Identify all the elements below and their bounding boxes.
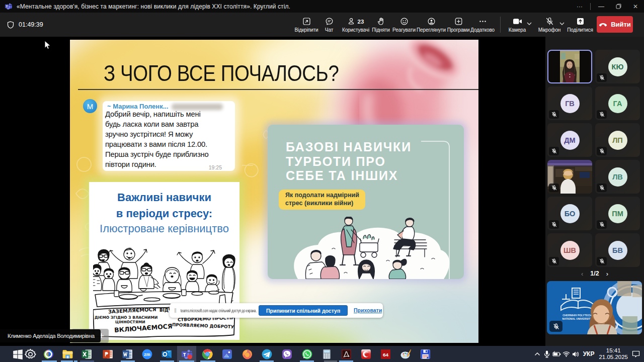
share-button[interactable]: Поділитися bbox=[565, 13, 596, 37]
tray-wifi-icon[interactable] bbox=[561, 346, 571, 362]
teal-skills-card: БАЗОВІ НАВИЧКИ ТУРБОТИ ПРО СЕБЕ ТА ІНШИХ… bbox=[268, 125, 464, 279]
participant-avatar: ЛП bbox=[608, 131, 627, 150]
drag-grip-icon[interactable]: ‖ bbox=[174, 307, 177, 314]
acrobat-app[interactable] bbox=[337, 346, 356, 362]
tray-volume-icon[interactable] bbox=[571, 346, 581, 362]
excel-app[interactable] bbox=[77, 346, 96, 362]
firefox-app[interactable] bbox=[237, 346, 257, 362]
participant-tile[interactable]: БО bbox=[547, 197, 592, 230]
paint-app[interactable] bbox=[396, 346, 415, 362]
participants-icon: 23 bbox=[348, 17, 364, 26]
tray-expand-chevron[interactable] bbox=[533, 346, 542, 362]
banner-text-1: CHERNIHIV POLYTECH bbox=[562, 314, 592, 317]
meeting-toolbar: 01:49:39 Відкріпити Чат 23 Користувачі П… bbox=[0, 13, 644, 37]
winctl-divider bbox=[590, 3, 591, 10]
viber-app[interactable] bbox=[277, 346, 296, 362]
muted-mic-icon bbox=[549, 110, 559, 119]
participants-button[interactable]: 23 Користувачі bbox=[342, 13, 370, 37]
mouse-cursor bbox=[44, 40, 51, 50]
participant-avatar: КЮ bbox=[608, 57, 627, 76]
book-caption-values: ДІЄМО ЗГІДНО З ВЛАСНИМИ bbox=[95, 315, 157, 320]
participant-tile[interactable]: ПМ bbox=[595, 197, 640, 230]
participant-tile[interactable]: ГА bbox=[595, 86, 640, 120]
react-button[interactable]: Реагувати bbox=[390, 13, 418, 37]
page-next-chevron[interactable]: › bbox=[606, 270, 608, 278]
calculator-app[interactable] bbox=[317, 346, 336, 362]
teams-app[interactable] bbox=[177, 346, 196, 362]
participant-tile[interactable]: БВ bbox=[595, 233, 640, 267]
book-title-line1: Важливі навички bbox=[89, 191, 239, 204]
camera-label: Камера bbox=[509, 27, 526, 33]
book-subtitle: Ілюстроване керівництво bbox=[89, 222, 239, 235]
chat-button[interactable]: Чат bbox=[315, 13, 343, 37]
participant-tile[interactable]: ЛП bbox=[595, 123, 640, 157]
copilot-app[interactable] bbox=[39, 346, 58, 362]
corel-app[interactable] bbox=[356, 346, 375, 362]
tray-battery-icon[interactable] bbox=[552, 346, 561, 362]
participant-tile[interactable]: ГВ bbox=[547, 86, 592, 120]
chat-message-text: Добрий вечір, напишіть мені будь ласка к… bbox=[105, 110, 228, 169]
react-label: Реагувати bbox=[392, 27, 416, 33]
settings-button[interactable] bbox=[21, 346, 40, 362]
viber-icon bbox=[281, 348, 293, 360]
participant-tile[interactable]: КЮ bbox=[595, 50, 640, 83]
telegram-app[interactable] bbox=[257, 346, 276, 362]
more-dots-icon bbox=[478, 17, 487, 26]
muted-mic-icon bbox=[549, 220, 559, 229]
svg-text:zm: zm bbox=[144, 351, 150, 356]
leave-label: Вийти bbox=[611, 21, 631, 28]
word-app[interactable] bbox=[118, 346, 137, 362]
window-minimize-button[interactable]: — bbox=[593, 0, 610, 13]
window-close-button[interactable]: ✕ bbox=[627, 0, 644, 13]
teal-card-badge: Як подолати надмірний стрес (виклики вій… bbox=[279, 190, 365, 210]
meeting-timer: 01:49:39 bbox=[7, 13, 43, 37]
window-maximize-button[interactable] bbox=[610, 0, 627, 13]
acrobat-icon bbox=[341, 348, 352, 360]
participant-tile[interactable]: ДМ bbox=[547, 123, 592, 157]
zoom-app[interactable]: zm bbox=[137, 346, 156, 362]
banner-text-2: NATIONAL UNIVERSITY bbox=[562, 317, 592, 320]
tray-mic-icon[interactable] bbox=[542, 346, 552, 362]
more-button[interactable]: Додатково bbox=[468, 13, 497, 37]
phone-hangup-icon bbox=[599, 23, 607, 27]
outlook-app[interactable] bbox=[157, 346, 176, 362]
copilot-icon bbox=[43, 348, 54, 360]
hide-notification-link[interactable]: Приховати bbox=[354, 307, 382, 313]
participant-tile[interactable]: ШВ bbox=[547, 233, 592, 267]
whatsapp-app[interactable] bbox=[297, 346, 316, 362]
participant-tile[interactable]: ЛВ bbox=[595, 160, 640, 194]
tray-language[interactable]: УКР bbox=[583, 350, 595, 357]
leave-button[interactable]: Вийти bbox=[597, 16, 633, 33]
file-explorer-app[interactable] bbox=[58, 346, 77, 362]
participant-avatar: ЛВ bbox=[608, 167, 627, 187]
stop-sharing-button[interactable]: Припинити спільний доступ bbox=[259, 305, 348, 316]
aida64-app[interactable]: 64 bbox=[376, 346, 395, 362]
participant-avatar: ГВ bbox=[560, 94, 580, 113]
slide-title: З ЧОГО ВСЕ ПОЧАЛОСЬ? bbox=[104, 61, 412, 86]
window-more-button[interactable]: ··· bbox=[571, 0, 588, 13]
self-video-tile[interactable]: CHERNIHIV POLYTECH NATIONAL UNIVERSITY bbox=[547, 281, 642, 334]
participants-sidebar: КЮ ГВ ГА ДМ ЛП bbox=[545, 37, 644, 346]
action-center-icon[interactable] bbox=[630, 350, 642, 357]
chat-icon bbox=[325, 17, 334, 26]
chrome-app[interactable] bbox=[198, 346, 217, 362]
tray-clock[interactable]: 15:41 21.05.2025 bbox=[599, 347, 628, 360]
camera-options-chevron[interactable] bbox=[525, 20, 533, 28]
page-prev-chevron[interactable]: ‹ bbox=[581, 270, 583, 278]
view-label: Переглянути bbox=[417, 27, 446, 33]
view-button[interactable]: Переглянути bbox=[417, 13, 445, 37]
photos-app[interactable] bbox=[217, 346, 236, 362]
participant-video-tile[interactable] bbox=[547, 50, 592, 83]
window-titlebar: «Ментальне здоров'я, бізнес та маркетинг… bbox=[0, 0, 644, 13]
muted-mic-icon bbox=[597, 147, 607, 155]
participant-avatar: БВ bbox=[608, 241, 627, 260]
camera-icon bbox=[513, 17, 522, 26]
participant-video-tile[interactable] bbox=[547, 160, 592, 194]
teams-logo-icon bbox=[5, 3, 12, 10]
backup-app[interactable] bbox=[416, 346, 435, 362]
floppy-save-icon bbox=[420, 348, 431, 360]
powerpoint-app[interactable] bbox=[98, 346, 117, 362]
muted-mic-icon bbox=[597, 73, 607, 82]
corel-c-icon bbox=[360, 348, 372, 360]
calculator-icon bbox=[321, 348, 333, 360]
